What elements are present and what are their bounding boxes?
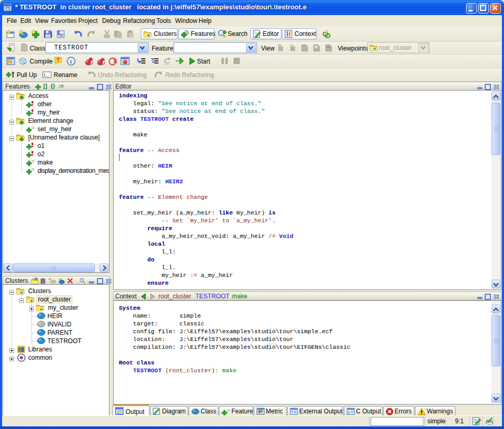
svg-text:?: ? [56,57,59,63]
svg-text:c: c [348,410,350,414]
svg-text:i: i [70,58,72,65]
svg-text:A: A [6,7,9,11]
svg-text:I...: I... [44,72,49,78]
